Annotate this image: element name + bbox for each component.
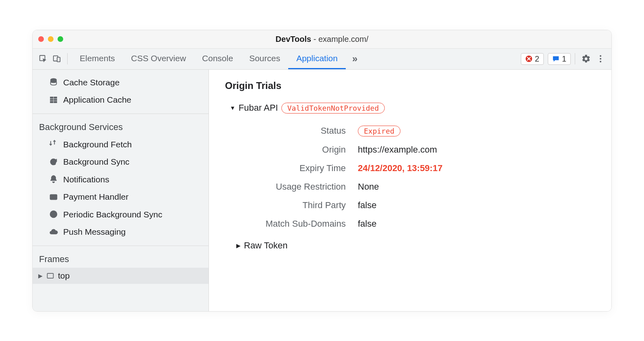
toolbar-divider bbox=[67, 53, 68, 64]
main-pane: Origin Trials ▼ Fubar API ValidTokenNotP… bbox=[209, 70, 611, 311]
chevrons-right-icon: » bbox=[352, 53, 357, 64]
field-origin: Origin https://example.com bbox=[249, 141, 595, 159]
more-options-button[interactable] bbox=[594, 52, 607, 66]
svg-rect-11 bbox=[54, 99, 57, 101]
titlebar: DevTools - example.com/ bbox=[33, 30, 611, 49]
raw-token-label: Raw Token bbox=[244, 240, 287, 251]
inspect-icon[interactable] bbox=[37, 52, 50, 65]
svg-point-4 bbox=[600, 55, 601, 57]
svg-rect-16 bbox=[47, 273, 54, 278]
gear-icon bbox=[581, 54, 591, 64]
sidebar-item-label: Cache Storage bbox=[63, 76, 120, 89]
svg-point-5 bbox=[600, 58, 601, 60]
field-usage: Usage Restriction None bbox=[249, 178, 595, 196]
field-label: Status bbox=[249, 126, 346, 136]
frame-label: top bbox=[58, 271, 70, 281]
sidebar-group-background: Background Services Background Fetch Bac… bbox=[33, 114, 208, 246]
body: Cache Storage Application Cache Backgrou… bbox=[33, 70, 611, 311]
sidebar-header-background: Background Services bbox=[33, 118, 208, 136]
database-icon bbox=[49, 77, 58, 87]
page-title: Origin Trials bbox=[225, 80, 595, 91]
field-value: false bbox=[358, 219, 376, 229]
field-value: 24/12/2020, 13:59:17 bbox=[358, 163, 442, 174]
device-toggle-icon[interactable] bbox=[50, 52, 63, 65]
toolbar: Elements CSS Overview Console Sources Ap… bbox=[33, 49, 611, 70]
zoom-window-button[interactable] bbox=[58, 36, 63, 42]
field-third-party: Third Party false bbox=[249, 196, 595, 215]
field-value: None bbox=[358, 182, 379, 192]
status-badge: Expired bbox=[358, 126, 400, 136]
bell-icon bbox=[49, 174, 58, 184]
sidebar-item-label: Background Sync bbox=[63, 155, 130, 168]
trial-row[interactable]: ▼ Fubar API ValidTokenNotProvided bbox=[230, 103, 595, 114]
grid-icon bbox=[49, 95, 58, 105]
sidebar-item-periodic-sync[interactable]: Periodic Background Sync bbox=[33, 206, 208, 223]
card-icon bbox=[49, 192, 58, 202]
field-expiry: Expiry Time 24/12/2020, 13:59:17 bbox=[249, 159, 595, 178]
sidebar-item-background-sync[interactable]: Background Sync bbox=[33, 153, 208, 171]
field-label: Match Sub-Domains bbox=[249, 219, 346, 229]
tab-console[interactable]: Console bbox=[194, 49, 241, 69]
transfer-icon bbox=[49, 139, 58, 149]
svg-rect-14 bbox=[50, 194, 57, 199]
trial-details: Status Expired Origin https://example.co… bbox=[249, 122, 595, 233]
sidebar-item-frame-top[interactable]: ▶ top bbox=[33, 268, 208, 284]
svg-rect-10 bbox=[50, 99, 53, 101]
tab-application[interactable]: Application bbox=[288, 49, 346, 69]
tab-elements[interactable]: Elements bbox=[72, 49, 123, 69]
svg-rect-12 bbox=[50, 101, 53, 103]
field-label: Expiry Time bbox=[249, 163, 346, 174]
sidebar-item-application-cache[interactable]: Application Cache bbox=[33, 91, 208, 109]
disclosure-triangle-icon[interactable]: ▼ bbox=[230, 105, 235, 111]
field-value: https://example.com bbox=[358, 145, 437, 155]
sidebar-header-frames: Frames bbox=[33, 250, 208, 268]
sidebar-item-push-messaging[interactable]: Push Messaging bbox=[33, 223, 208, 241]
svg-rect-8 bbox=[50, 97, 53, 98]
settings-button[interactable] bbox=[579, 52, 593, 66]
field-subdomains: Match Sub-Domains false bbox=[249, 215, 595, 233]
toolbar-divider bbox=[575, 53, 575, 64]
clock-icon bbox=[49, 209, 58, 219]
cloud-icon bbox=[49, 227, 58, 237]
kebab-icon bbox=[596, 54, 605, 64]
trial-name: Fubar API bbox=[239, 103, 278, 113]
token-status-badge: ValidTokenNotProvided bbox=[281, 103, 385, 114]
application-sidebar: Cache Storage Application Cache Backgrou… bbox=[33, 70, 209, 311]
field-value: false bbox=[358, 200, 376, 211]
field-label: Origin bbox=[249, 145, 346, 155]
sidebar-item-background-fetch[interactable]: Background Fetch bbox=[33, 136, 208, 153]
tab-sources[interactable]: Sources bbox=[241, 49, 288, 69]
window-title-target: - example.com/ bbox=[311, 35, 368, 43]
window-title: DevTools - example.com/ bbox=[276, 35, 369, 44]
sidebar-item-label: Notifications bbox=[63, 173, 109, 186]
message-icon bbox=[552, 55, 559, 62]
field-label: Usage Restriction bbox=[249, 182, 346, 192]
sidebar-item-label: Push Messaging bbox=[63, 225, 126, 238]
error-icon bbox=[525, 55, 533, 62]
svg-point-6 bbox=[600, 61, 601, 62]
svg-rect-9 bbox=[54, 97, 57, 98]
tab-css-overview[interactable]: CSS Overview bbox=[123, 49, 194, 69]
errors-badge[interactable]: 2 bbox=[521, 53, 544, 65]
minimize-window-button[interactable] bbox=[48, 36, 54, 42]
disclosure-triangle-icon[interactable]: ▶ bbox=[236, 242, 241, 249]
sidebar-item-label: Payment Handler bbox=[63, 190, 128, 203]
close-window-button[interactable] bbox=[38, 36, 44, 42]
sidebar-item-label: Background Fetch bbox=[63, 138, 132, 151]
sidebar-item-cache-storage[interactable]: Cache Storage bbox=[33, 74, 208, 91]
more-tabs-button[interactable]: » bbox=[347, 53, 363, 64]
sidebar-item-notifications[interactable]: Notifications bbox=[33, 171, 208, 188]
svg-rect-13 bbox=[54, 101, 57, 103]
sync-icon bbox=[49, 157, 58, 167]
errors-count: 2 bbox=[535, 54, 539, 64]
window-title-app: DevTools bbox=[276, 35, 312, 43]
sidebar-item-payment-handler[interactable]: Payment Handler bbox=[33, 188, 208, 206]
panel-tabs: Elements CSS Overview Console Sources Ap… bbox=[72, 49, 346, 69]
raw-token-row[interactable]: ▶ Raw Token bbox=[236, 240, 595, 251]
messages-badge[interactable]: 1 bbox=[548, 53, 571, 65]
devtools-window: DevTools - example.com/ Elements CSS Ove… bbox=[32, 30, 612, 312]
messages-count: 1 bbox=[562, 54, 566, 64]
sidebar-group-frames: Frames ▶ top bbox=[33, 246, 208, 284]
sidebar-item-label: Periodic Background Sync bbox=[63, 208, 162, 221]
disclosure-triangle-icon[interactable]: ▶ bbox=[38, 273, 43, 279]
